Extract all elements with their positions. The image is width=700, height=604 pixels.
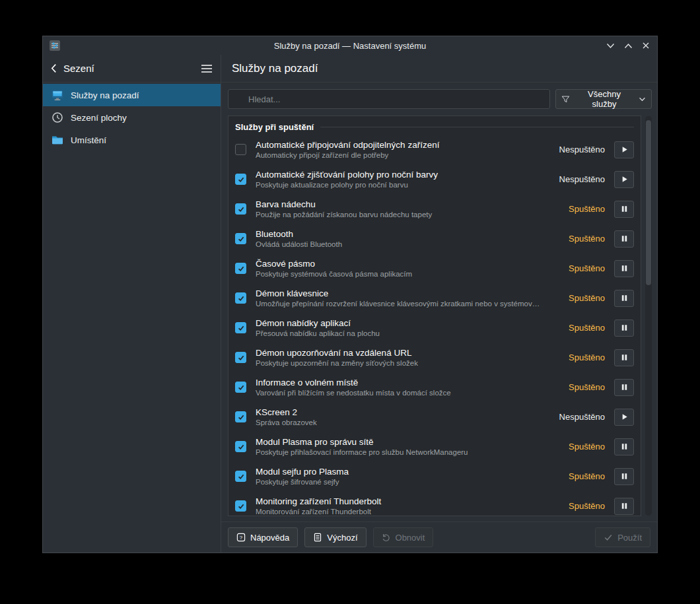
service-name: Bluetooth — [256, 229, 542, 239]
service-checkbox[interactable] — [235, 292, 246, 304]
service-toggle-button[interactable] — [614, 141, 634, 158]
service-name: Modul Plasma pro správu sítě — [256, 437, 542, 447]
service-checkbox[interactable] — [235, 500, 246, 512]
service-desc: Poskytuje šifrované sejfy — [256, 478, 542, 486]
checkmark-icon — [237, 443, 245, 451]
service-status: Spuštěno — [548, 501, 605, 511]
service-toggle-button[interactable] — [614, 379, 634, 396]
defaults-icon — [313, 533, 322, 542]
service-row: Automatické připojování odpojitelných za… — [228, 135, 641, 164]
play-icon — [620, 413, 629, 421]
service-status: Nespuštěno — [548, 174, 605, 184]
hamburger-icon — [201, 64, 213, 73]
sidebar-item-background-services[interactable]: Služby na pozadí — [43, 84, 221, 106]
reset-button[interactable]: Obnovit — [373, 527, 434, 547]
apply-button[interactable]: Použít — [595, 527, 650, 547]
sidebar-item-label: Umístění — [71, 135, 106, 145]
pause-icon — [620, 472, 629, 481]
service-checkbox[interactable] — [235, 263, 246, 274]
service-toggle-button[interactable] — [614, 409, 634, 426]
help-button[interactable]: ? Nápověda — [228, 527, 298, 547]
service-checkbox[interactable] — [235, 382, 246, 393]
checkmark-icon — [237, 502, 245, 510]
service-toggle-button[interactable] — [614, 319, 634, 337]
checkmark-icon — [237, 176, 245, 184]
service-toggle-button[interactable] — [614, 468, 634, 485]
close-button[interactable] — [641, 41, 650, 50]
titlebar[interactable]: Služby na pozadí — Nastavení systému — [43, 36, 657, 55]
pause-icon — [620, 264, 629, 273]
service-checkbox[interactable] — [235, 144, 246, 155]
main-header: Služby na pozadí — [221, 55, 657, 83]
sidebar: Sezení Služby na pozadí Sezení — [43, 55, 221, 553]
service-toggle-button[interactable] — [614, 290, 634, 307]
service-checkbox[interactable] — [235, 471, 246, 482]
checkmark-icon — [237, 473, 245, 481]
checkmark-icon — [237, 324, 245, 332]
service-status: Spuštěno — [548, 234, 605, 244]
service-toggle-button[interactable] — [614, 171, 634, 188]
service-name: Monitoring zařízení Thunderbolt — [256, 496, 542, 506]
service-name: Automatické připojování odpojitelných za… — [256, 140, 542, 150]
monitor-icon — [51, 88, 64, 102]
service-status: Spuštěno — [548, 293, 605, 303]
service-desc: Varování při blížícím se nedostatku míst… — [256, 389, 542, 397]
service-row: Automatické zjišťování polohy pro noční … — [228, 164, 641, 194]
service-checkbox[interactable] — [235, 233, 246, 244]
search-input[interactable] — [228, 89, 550, 109]
service-row: Bluetooth Ovládá události Bluetooth Spuš… — [228, 224, 641, 253]
service-row: Informace o volném místě Varování při bl… — [228, 372, 641, 402]
service-row: Démon nabídky aplikací Přesouvá nabídku … — [228, 313, 641, 343]
checkmark-icon — [237, 384, 245, 391]
service-status: Spuštěno — [548, 442, 605, 452]
search-field — [228, 89, 550, 109]
service-name: KScreen 2 — [256, 407, 542, 417]
service-row: Časové pásmo Poskytuje systémová časová … — [228, 253, 641, 283]
scrollbar-thumb[interactable] — [646, 120, 651, 285]
service-row: Monitoring zařízení Thunderbolt Monitoro… — [228, 491, 641, 516]
back-label: Sezení — [63, 63, 94, 74]
scrollbar[interactable] — [645, 116, 652, 516]
service-toggle-button[interactable] — [614, 349, 634, 366]
section-rule — [320, 127, 634, 127]
pause-icon — [620, 205, 629, 213]
service-filter-dropdown[interactable]: Všechny služby — [555, 89, 652, 109]
checkmark-icon — [237, 413, 245, 421]
service-desc: Automaticky připojí zařízení dle potřeby — [256, 151, 542, 159]
service-desc: Poskytuje přihlašovací informace pro slu… — [256, 448, 542, 456]
service-status: Spuštěno — [548, 471, 605, 481]
pause-icon — [620, 442, 629, 451]
filter-icon — [561, 95, 570, 104]
back-button[interactable]: Sezení — [51, 63, 94, 74]
checkmark-icon — [237, 235, 245, 243]
service-toggle-button[interactable] — [614, 498, 634, 515]
service-toggle-button[interactable] — [614, 201, 634, 218]
service-checkbox[interactable] — [235, 441, 246, 452]
folder-icon — [51, 133, 64, 147]
service-checkbox[interactable] — [235, 411, 246, 422]
help-icon: ? — [236, 533, 246, 542]
service-toggle-button[interactable] — [614, 230, 634, 248]
system-settings-window: Služby na pozadí — Nastavení systému Sez… — [42, 36, 658, 553]
service-checkbox[interactable] — [235, 352, 246, 363]
hamburger-menu-button[interactable] — [201, 64, 213, 73]
pause-icon — [620, 294, 629, 302]
service-toggle-button[interactable] — [614, 438, 634, 455]
service-name: Automatické zjišťování polohy pro noční … — [256, 170, 542, 180]
maximize-button[interactable] — [623, 41, 633, 50]
service-status: Spuštěno — [548, 352, 605, 362]
service-toggle-button[interactable] — [614, 260, 634, 277]
service-checkbox[interactable] — [235, 322, 246, 333]
service-checkbox[interactable] — [235, 203, 246, 215]
svg-text:?: ? — [240, 535, 243, 541]
sidebar-item-label: Sezení plochy — [71, 113, 127, 123]
service-name: Démon nabídky aplikací — [256, 318, 542, 328]
service-checkbox[interactable] — [235, 174, 246, 185]
sidebar-item-locations[interactable]: Umístění — [43, 129, 221, 151]
defaults-button[interactable]: Výchozí — [304, 527, 366, 547]
pause-icon — [620, 502, 629, 510]
service-status: Spuštěno — [548, 382, 605, 392]
minimize-button[interactable] — [606, 41, 615, 50]
pause-icon — [620, 234, 629, 243]
sidebar-item-desktop-session[interactable]: Sezení plochy — [43, 106, 221, 129]
